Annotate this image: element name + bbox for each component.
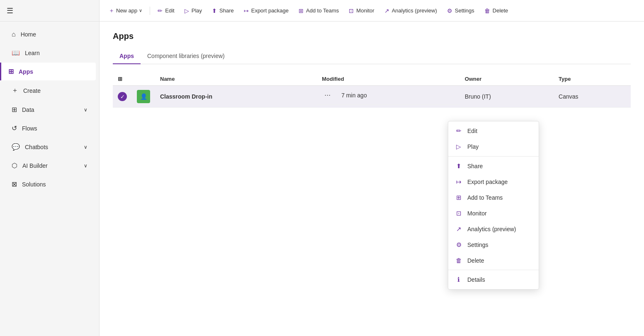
apps-table: ⊞ Name Modified Owner Type bbox=[113, 73, 631, 108]
sidebar-item-ai-builder[interactable]: ⬡ AI Builder ∨ bbox=[3, 157, 96, 174]
table-select-all-icon[interactable]: ⊞ bbox=[118, 76, 122, 82]
monitor-label: Monitor bbox=[356, 7, 374, 14]
row-selected-check[interactable]: ✓ bbox=[118, 92, 127, 101]
sidebar: ☰ ⌂ Home 📖 Learn ⊞ Apps ＋ Create ⊞ Data … bbox=[0, 0, 100, 336]
new-app-label: New app bbox=[116, 7, 137, 14]
chevron-down-icon: ∨ bbox=[84, 144, 87, 150]
row-app-icon-cell: 👤 bbox=[132, 86, 155, 108]
sidebar-item-data[interactable]: ⊞ Data ∨ bbox=[3, 101, 96, 118]
col-header-name: Name bbox=[155, 73, 317, 86]
settings-button[interactable]: ⚙ Settings bbox=[443, 5, 479, 17]
create-icon: ＋ bbox=[12, 86, 18, 95]
data-icon: ⊞ bbox=[12, 106, 17, 114]
analytics-button[interactable]: ↗ Analytics (preview) bbox=[380, 5, 441, 17]
sidebar-nav: ⌂ Home 📖 Learn ⊞ Apps ＋ Create ⊞ Data ∨ … bbox=[0, 22, 99, 336]
analytics-icon: ↗ bbox=[455, 225, 462, 233]
app-name[interactable]: Classroom Drop-in bbox=[160, 93, 212, 100]
context-menu-item-add-to-teams[interactable]: ⊞ Add to Teams bbox=[448, 190, 539, 205]
sidebar-item-label: Chatbots bbox=[25, 144, 48, 150]
play-label: Play bbox=[192, 7, 202, 14]
share-button[interactable]: ⬆ Share bbox=[208, 5, 238, 17]
sidebar-item-apps[interactable]: ⊞ Apps bbox=[0, 63, 96, 80]
sidebar-item-label: Create bbox=[23, 87, 41, 94]
sidebar-item-create[interactable]: ＋ Create bbox=[3, 81, 96, 100]
context-menu-item-export-package[interactable]: ↦ Export package bbox=[448, 174, 539, 190]
col-header-check: ⊞ bbox=[113, 73, 132, 86]
edit-label: Edit bbox=[165, 7, 174, 14]
more-options-button[interactable]: ··· bbox=[322, 90, 333, 100]
menu-item-label: Details bbox=[467, 276, 485, 283]
play-icon: ▷ bbox=[455, 143, 462, 150]
menu-item-label: Share bbox=[467, 163, 483, 169]
monitor-button[interactable]: ⊡ Monitor bbox=[345, 5, 378, 17]
context-menu-item-details[interactable]: ℹ Details bbox=[448, 272, 539, 288]
analytics-label: Analytics (preview) bbox=[392, 7, 437, 14]
app-name-cell: Classroom Drop-in bbox=[160, 93, 312, 100]
export-label: Export package bbox=[251, 7, 289, 14]
col-header-icon bbox=[132, 73, 155, 86]
context-menu-item-analytics[interactable]: ↗ Analytics (preview) bbox=[448, 221, 539, 237]
context-menu-item-settings[interactable]: ⚙ Settings bbox=[448, 237, 539, 253]
edit-button[interactable]: ✏ Edit bbox=[153, 5, 178, 17]
col-header-type: Type bbox=[554, 73, 631, 86]
context-menu: ✏ Edit ▷ Play ⬆ Share ↦ Export package ⊞… bbox=[448, 121, 539, 290]
delete-icon: 🗑 bbox=[484, 7, 490, 14]
sidebar-item-home[interactable]: ⌂ Home bbox=[3, 26, 96, 43]
analytics-icon: ↗ bbox=[384, 7, 389, 14]
export-icon: ↦ bbox=[244, 7, 249, 14]
play-button[interactable]: ▷ Play bbox=[180, 5, 206, 17]
tab-component-libraries[interactable]: Component libraries (preview) bbox=[141, 49, 231, 64]
chevron-down-icon: ∨ bbox=[139, 8, 142, 13]
row-owner-cell: Bruno (IT) bbox=[460, 86, 554, 108]
row-type: Canvas bbox=[559, 93, 578, 100]
sidebar-item-learn[interactable]: 📖 Learn bbox=[3, 44, 96, 62]
menu-item-label: Add to Teams bbox=[467, 194, 503, 201]
share-icon: ⬆ bbox=[212, 7, 217, 14]
col-header-owner: Owner bbox=[460, 73, 554, 86]
context-menu-item-share[interactable]: ⬆ Share bbox=[448, 158, 539, 174]
export-package-button[interactable]: ↦ Export package bbox=[240, 5, 293, 17]
sidebar-item-label: Solutions bbox=[22, 181, 46, 188]
settings-icon: ⚙ bbox=[455, 241, 462, 249]
page-body: Apps Apps Component libraries (preview) … bbox=[100, 22, 644, 336]
toolbar: ＋ New app ∨ ✏ Edit ▷ Play ⬆ Share ↦ Expo… bbox=[100, 0, 644, 22]
row-owner: Bruno (IT) bbox=[465, 93, 491, 100]
monitor-icon: ⊡ bbox=[455, 210, 462, 217]
sidebar-item-label: Home bbox=[21, 31, 36, 38]
sidebar-item-solutions[interactable]: ⊠ Solutions bbox=[3, 175, 96, 193]
context-menu-item-play[interactable]: ▷ Play bbox=[448, 139, 539, 155]
tabs: Apps Component libraries (preview) bbox=[113, 49, 631, 64]
context-menu-item-edit[interactable]: ✏ Edit bbox=[448, 123, 539, 139]
new-app-button[interactable]: ＋ New app ∨ bbox=[104, 5, 146, 17]
menu-item-label: Export package bbox=[467, 179, 508, 185]
menu-separator bbox=[448, 156, 539, 157]
chevron-down-icon: ∨ bbox=[84, 107, 87, 113]
check-icon: ✓ bbox=[118, 92, 127, 101]
chatbots-icon: 💬 bbox=[12, 143, 20, 151]
table-row: ✓ 👤 Classroom Drop-in ··· 7 min ago bbox=[113, 86, 631, 108]
menu-item-label: Edit bbox=[467, 128, 477, 134]
delete-icon: 🗑 bbox=[455, 257, 462, 264]
sidebar-item-label: Learn bbox=[25, 50, 40, 56]
app-icon: 👤 bbox=[137, 90, 150, 103]
row-name-cell: Classroom Drop-in bbox=[155, 86, 317, 108]
menu-item-label: Delete bbox=[467, 257, 484, 264]
edit-icon: ✏ bbox=[158, 7, 163, 14]
add-to-teams-button[interactable]: ⊞ Add to Teams bbox=[294, 5, 343, 17]
context-menu-item-monitor[interactable]: ⊡ Monitor bbox=[448, 205, 539, 221]
row-check-cell: ✓ bbox=[113, 86, 132, 108]
tab-apps[interactable]: Apps bbox=[113, 49, 141, 64]
sidebar-item-flows[interactable]: ↺ Flows bbox=[3, 119, 96, 137]
teams-icon: ⊞ bbox=[299, 7, 304, 14]
settings-icon: ⚙ bbox=[447, 7, 452, 14]
sidebar-item-chatbots[interactable]: 💬 Chatbots ∨ bbox=[3, 138, 96, 156]
learn-icon: 📖 bbox=[12, 49, 20, 57]
menu-item-label: Analytics (preview) bbox=[467, 226, 516, 232]
sidebar-header: ☰ bbox=[0, 0, 99, 22]
row-type-cell: Canvas bbox=[554, 86, 631, 108]
context-menu-item-delete[interactable]: 🗑 Delete bbox=[448, 253, 539, 268]
hamburger-icon[interactable]: ☰ bbox=[7, 6, 13, 15]
delete-button[interactable]: 🗑 Delete bbox=[480, 5, 513, 17]
share-label: Share bbox=[219, 7, 234, 14]
settings-label: Settings bbox=[455, 7, 474, 14]
